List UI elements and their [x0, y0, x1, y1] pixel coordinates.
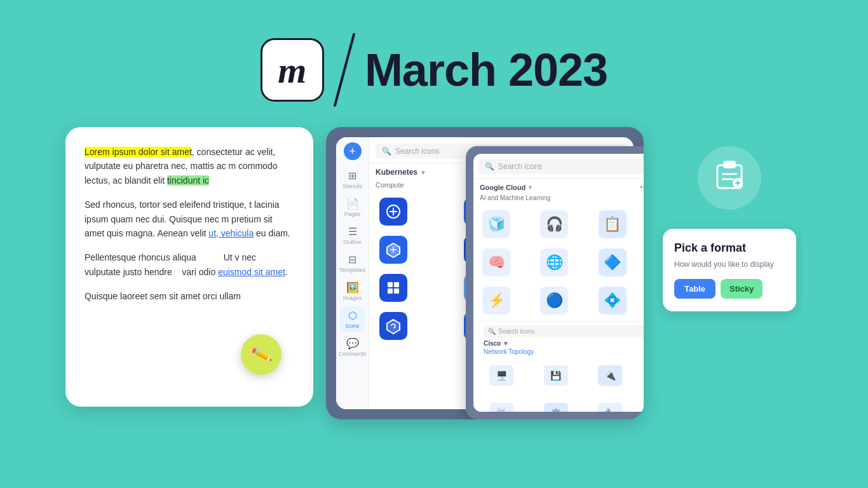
clipboard-icon	[712, 158, 747, 198]
outline-icon: ☰	[348, 226, 357, 238]
link-vehicula[interactable]: ut, vehicula	[208, 228, 254, 238]
cisco-icon-shape-5: ⚙️	[544, 403, 568, 412]
cisco-icon-shape-2: 💾	[544, 365, 568, 386]
gc-icon-5[interactable]: 🌐	[536, 245, 572, 280]
k8s-icon-7[interactable]	[376, 270, 411, 306]
cisco-icon-5[interactable]: ⚙️	[538, 395, 574, 412]
templates-icon: ⊟	[348, 254, 356, 266]
gc-icon-shape-6: 🔷	[599, 248, 627, 276]
format-icon-circle	[698, 146, 761, 210]
table-format-button[interactable]: Table	[674, 279, 715, 299]
gc-icon-4[interactable]: 🧠	[478, 245, 514, 280]
svg-rect-6	[388, 282, 393, 287]
gc-icon-shape-2: 🎧	[540, 210, 568, 238]
cisco-icon-shape-3: 🔌	[598, 365, 622, 386]
cisco-icon-1[interactable]: 🖥️	[484, 358, 519, 393]
pages-icon: 📄	[346, 198, 359, 210]
cisco-icon-3[interactable]: 🔌	[592, 358, 628, 393]
stencils-label: Stencils	[342, 183, 363, 189]
sidebar-item-icons[interactable]: ⬡ Icons	[340, 306, 365, 332]
svg-rect-8	[388, 288, 393, 294]
cisco-search[interactable]: 🔍 Search icons	[484, 325, 644, 337]
svg-rect-9	[394, 288, 399, 294]
k8s-icon-shape-7	[379, 274, 407, 302]
cisco-icon-shape-6: 🔧	[598, 403, 622, 412]
cisco-icon-4[interactable]: 📡	[484, 395, 519, 412]
format-buttons: Table Sticky	[674, 279, 785, 299]
k8s-icon-4[interactable]	[376, 232, 411, 268]
logo-box: m	[261, 38, 324, 102]
cisco-search-icon: 🔍	[488, 328, 496, 335]
k8s-icon-shape-10	[379, 312, 407, 340]
k8s-icon-10[interactable]	[376, 308, 411, 344]
format-dialog: Pick a format How would you like to disp…	[663, 229, 796, 311]
floating-pen-button[interactable]: ✏️	[241, 334, 281, 375]
comments-label: Comments	[339, 351, 367, 357]
cisco-title: Cisco ▼	[484, 340, 644, 347]
gc-title: Google Cloud ▼	[480, 184, 533, 191]
cisco-icon-shape-4: 📡	[489, 403, 513, 412]
sticky-format-button[interactable]: Sticky	[721, 279, 763, 299]
cards-container: Lorem ipsum dolor sit amet, consectetur …	[0, 127, 868, 419]
templates-label: Templates	[339, 267, 365, 273]
outline-label: Outline	[343, 239, 362, 245]
gc-icon-2[interactable]: 🎧	[536, 207, 572, 242]
sidebar-item-outline[interactable]: ☰ Outline	[340, 222, 365, 248]
k8s-icon-1[interactable]	[376, 194, 411, 229]
paragraph-2: Sed rhoncus, tortor sed eleifend tristiq…	[85, 198, 294, 240]
gc-icon-shape-5: 🌐	[540, 248, 568, 276]
gc-icon-shape-4: 🧠	[482, 248, 510, 276]
gc-icon-shape-1: 🧊	[482, 210, 510, 238]
gc-more[interactable]: •••	[640, 182, 644, 192]
kubernetes-chevron: ▼	[420, 169, 426, 176]
gc-icon-shape-7: ⚡	[482, 287, 510, 315]
gc-search-placeholder: Search icons	[498, 162, 542, 171]
google-cloud-inner: 🔍 Search icons Google Cloud ▼ ••• AI and…	[473, 154, 644, 412]
gc-icon-9[interactable]: 💠	[595, 283, 630, 318]
format-dialog-subtitle: How would you like to display	[674, 260, 785, 269]
cisco-icon-2[interactable]: 💾	[538, 358, 574, 393]
pages-label: Pages	[344, 211, 361, 217]
cisco-section: 🔍 Search icons Cisco ▼ Network Topology …	[478, 321, 644, 412]
pen-icon: ✏️	[250, 344, 273, 366]
sidebar-item-pages[interactable]: 📄 Pages	[340, 194, 365, 220]
cisco-search-placeholder: Search icons	[498, 328, 535, 335]
divider-line	[333, 33, 355, 107]
highlight-green-1: tincidunt ic	[167, 175, 209, 186]
svg-rect-13	[724, 161, 735, 168]
gc-icon-shape-9: 💠	[599, 287, 627, 315]
images-label: Images	[343, 295, 362, 301]
icons-icon: ⬡	[348, 309, 357, 322]
link-euismod[interactable]: euismod sit amet	[218, 267, 285, 277]
sidebar-item-images[interactable]: 🖼️ Images	[340, 278, 365, 304]
gc-icon-8[interactable]: 🔵	[536, 283, 572, 318]
add-icon-button[interactable]: +	[344, 142, 362, 160]
gc-icon-3[interactable]: 📋	[595, 207, 630, 242]
sidebar-item-comments[interactable]: 💬 Comments	[340, 334, 365, 360]
icons-sidebar: + ⊞ Stencils 📄 Pages ☰ Outline ⊟ Templat…	[336, 137, 369, 409]
kubernetes-title: Kubernetes ▼	[376, 168, 426, 177]
cisco-chevron: ▼	[503, 340, 509, 347]
k8s-icon-shape-1	[379, 198, 407, 226]
network-topology-label: Network Topology	[484, 348, 644, 355]
cisco-icon-shape-1: 🖥️	[489, 365, 513, 386]
paragraph-4: Quisque laoreet sem sit amet orci ullam	[85, 289, 294, 303]
gc-search-input[interactable]: 🔍 Search icons	[478, 159, 644, 174]
svg-rect-7	[394, 282, 399, 287]
gc-category-header: Google Cloud ▼ •••	[473, 179, 644, 193]
sidebar-item-stencils[interactable]: ⊞ Stencils	[340, 166, 365, 192]
cisco-icon-6[interactable]: 🔧	[592, 395, 628, 412]
gc-icon-7[interactable]: ⚡	[478, 283, 514, 318]
gc-icon-6[interactable]: 🔷	[595, 245, 630, 280]
gc-icons-grid: 🧊 🎧 📋 🧠 🌐 🔷	[473, 204, 644, 321]
text-document-card: Lorem ipsum dolor sit amet, consectetur …	[65, 127, 313, 407]
sidebar-item-templates[interactable]: ⊟ Templates	[340, 250, 365, 276]
paragraph-1: Lorem ipsum dolor sit amet, consectetur …	[85, 145, 294, 187]
cisco-icons-grid: 🖥️ 💾 🔌 📡 ⚙️	[484, 358, 644, 412]
gc-icon-1[interactable]: 🧊	[478, 207, 514, 242]
icons-panel-card: + ⊞ Stencils 📄 Pages ☰ Outline ⊟ Templat…	[326, 127, 644, 419]
gc-search-bar: 🔍 Search icons	[473, 154, 644, 179]
format-dialog-title: Pick a format	[674, 241, 785, 255]
comments-icon: 💬	[346, 337, 359, 349]
images-icon: 🖼️	[346, 281, 359, 294]
